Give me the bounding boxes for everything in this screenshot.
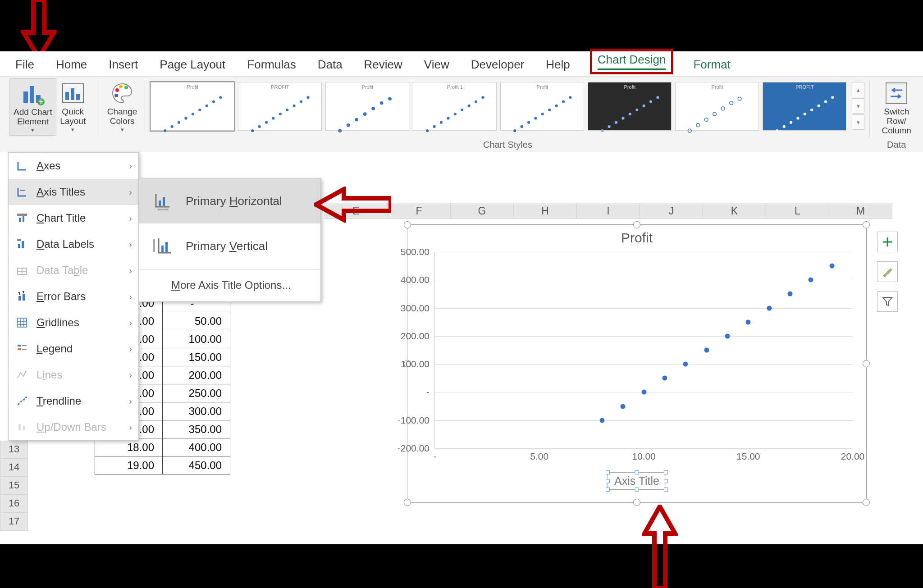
menu-gridlines[interactable]: Gridlines› <box>9 310 138 336</box>
axis-title-horizontal[interactable]: Axis Title <box>608 472 666 490</box>
submenu-primary-horizontal[interactable]: Primary Horizontal <box>139 178 320 223</box>
column-header[interactable]: J <box>640 203 703 219</box>
row-header[interactable]: 16 <box>0 495 28 513</box>
menu-error-bars[interactable]: Error Bars› <box>9 283 138 310</box>
data-point[interactable] <box>746 319 751 324</box>
menu-axes[interactable]: Axes› <box>9 153 138 179</box>
submenu-primary-vertical[interactable]: Primary Vertical <box>139 223 320 269</box>
menu-axis-titles[interactable]: Axis Titles› <box>9 179 138 205</box>
svg-rect-85 <box>18 244 20 248</box>
data-point[interactable] <box>725 333 730 338</box>
quick-layout-button[interactable]: Quick Layout ▾ <box>56 78 90 136</box>
svg-rect-98 <box>23 426 25 430</box>
menu-legend[interactable]: Legend› <box>9 336 138 362</box>
data-point[interactable] <box>641 390 646 395</box>
cell[interactable]: 350.00 <box>163 420 230 438</box>
chart-object[interactable]: Profit -200.00-100.00-100.00200.00300.00… <box>407 224 867 503</box>
chart-style-2[interactable]: PROFIT <box>238 82 322 131</box>
y-tick-label: 400.00 <box>390 274 435 285</box>
chart-style-7[interactable]: Profit <box>675 82 759 131</box>
cell[interactable]: 450.00 <box>163 456 230 474</box>
chart-style-6[interactable]: Profit <box>588 82 672 131</box>
tab-format[interactable]: Format <box>691 58 732 76</box>
cell[interactable]: 200.00 <box>163 366 230 384</box>
chart-styles-gallery[interactable]: Profit PROFIT Profit Profit 1 Profit Pro… <box>148 78 867 134</box>
row-header[interactable]: 15 <box>0 477 28 495</box>
svg-point-58 <box>622 117 625 119</box>
switch-row-column-button[interactable]: Switch Row/ Column <box>873 78 920 137</box>
data-point[interactable] <box>621 404 626 409</box>
column-header[interactable]: F <box>388 203 451 219</box>
plot-area[interactable]: -200.00-100.00-100.00200.00300.00400.005… <box>434 252 853 448</box>
cell[interactable]: 19.00 <box>95 456 163 474</box>
tab-view[interactable]: View <box>422 58 451 76</box>
chart-title[interactable]: Profit <box>407 230 866 246</box>
menu-chart-title[interactable]: Chart Title› <box>9 205 138 231</box>
chart-style-4[interactable]: Profit 1 <box>413 82 497 131</box>
tab-formulas[interactable]: Formulas <box>245 58 297 76</box>
svg-point-71 <box>776 129 779 132</box>
change-colors-button[interactable]: Change Colors ▾ <box>104 78 141 135</box>
scroll-up-icon[interactable]: ▴ <box>852 82 864 97</box>
chart-style-3[interactable]: Profit <box>325 82 409 131</box>
error-bars-icon <box>15 289 29 304</box>
row-header[interactable]: 13 <box>0 441 28 459</box>
resize-handle[interactable] <box>863 221 870 228</box>
data-point[interactable] <box>704 348 709 353</box>
cell[interactable]: 18.00 <box>95 438 163 456</box>
menu-trendline[interactable]: Trendline› <box>9 388 138 414</box>
scroll-more-icon[interactable]: ▾ <box>852 114 864 130</box>
data-point[interactable] <box>829 264 834 269</box>
cell[interactable]: 150.00 <box>163 348 230 366</box>
tab-help[interactable]: Help <box>544 58 571 76</box>
tab-insert[interactable]: Insert <box>107 58 140 76</box>
trendline-icon <box>15 394 29 408</box>
data-point[interactable] <box>767 305 772 310</box>
svg-point-44 <box>475 100 477 103</box>
row-header[interactable]: 17 <box>0 513 28 531</box>
resize-handle[interactable] <box>404 221 411 228</box>
menu-data-labels[interactable]: Data Labels› <box>9 231 138 257</box>
cell[interactable]: 50.00 <box>163 312 230 330</box>
cell[interactable]: 100.00 <box>163 330 230 348</box>
tab-data[interactable]: Data <box>316 58 344 76</box>
data-point[interactable] <box>809 278 813 283</box>
column-header[interactable]: I <box>577 203 640 219</box>
scroll-down-icon[interactable]: ▾ <box>852 98 864 114</box>
resize-handle[interactable] <box>633 499 640 506</box>
cell[interactable]: 300.00 <box>163 402 230 420</box>
data-point[interactable] <box>662 376 667 381</box>
tab-review[interactable]: Review <box>362 58 404 76</box>
column-header[interactable]: H <box>514 203 577 219</box>
column-header[interactable]: G <box>451 203 514 219</box>
data-point[interactable] <box>599 418 604 423</box>
resize-handle[interactable] <box>863 499 870 506</box>
chart-style-1[interactable]: Profit <box>151 82 234 131</box>
add-chart-element-button[interactable]: Add Chart Element ▾ <box>9 78 56 136</box>
cell[interactable]: 400.00 <box>163 438 230 456</box>
data-point[interactable] <box>683 362 688 367</box>
tab-file[interactable]: File <box>14 58 36 76</box>
tab-developer[interactable]: Developer <box>469 58 526 76</box>
tab-home[interactable]: Home <box>54 58 89 76</box>
column-header[interactable]: L <box>766 203 829 219</box>
data-point[interactable] <box>787 292 792 296</box>
column-header[interactable]: K <box>703 203 766 219</box>
resize-handle[interactable] <box>404 499 411 506</box>
chart-style-5[interactable]: Profit <box>500 82 584 131</box>
tab-chart-design[interactable]: Chart Design <box>590 49 674 74</box>
column-header[interactable]: M <box>829 203 892 219</box>
chart-elements-button[interactable] <box>877 232 898 252</box>
chart-styles-scroll[interactable]: ▴ ▾ ▾ <box>852 82 864 130</box>
resize-handle[interactable] <box>863 360 870 367</box>
data-group-label: Data <box>870 140 923 150</box>
tab-page-layout[interactable]: Page Layout <box>158 58 227 76</box>
cell[interactable]: 250.00 <box>163 384 230 402</box>
row-header[interactable]: 14 <box>0 459 28 477</box>
chart-filters-button[interactable] <box>877 291 898 312</box>
y-tick-label: 500.00 <box>390 246 435 257</box>
chart-style-8[interactable]: PROFIT <box>763 82 846 131</box>
submenu-more-options[interactable]: More Axis Title Options... <box>139 271 320 301</box>
chart-styles-button[interactable] <box>877 261 898 282</box>
resize-handle[interactable] <box>633 221 640 228</box>
